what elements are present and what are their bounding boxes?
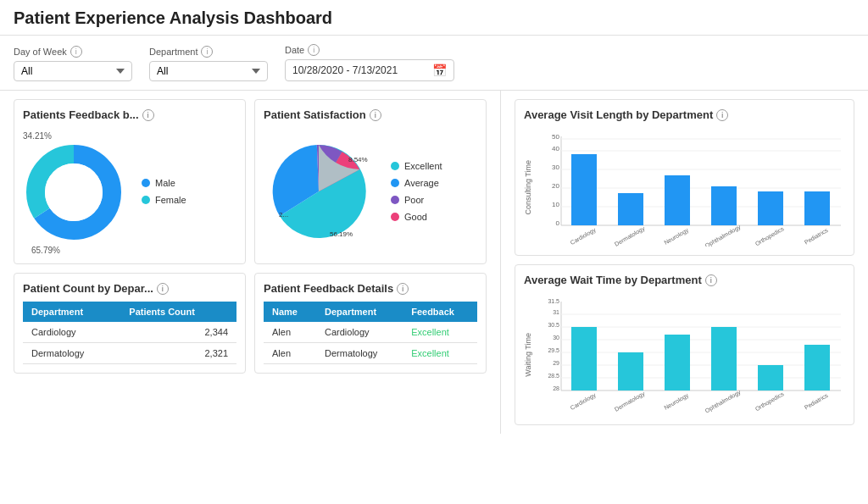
table-row: Alen Dermatology Excellent [264,343,477,364]
patient-count-table: Department Patients Count Cardiology 2,3… [23,302,236,364]
table-row: Dermatology 2,321 [23,343,236,364]
col-department: Department [23,302,120,322]
dept-2: Dermatology [316,343,403,364]
svg-text:Orthopedics: Orthopedics [754,390,786,413]
patients-feedback-card: Patients Feedback b... i 34.21% [14,99,246,264]
calendar-icon: 📅 [432,64,447,77]
name-1: Alen [264,322,316,343]
svg-text:29.5: 29.5 [548,347,559,353]
svg-text:2...: 2... [279,211,288,219]
date-label: Date i [285,44,454,56]
legend-average: Average [391,178,442,188]
svg-text:30.5: 30.5 [548,322,559,328]
wait-y-label: Waiting Time [524,333,532,377]
bar-neurology-visit [665,175,690,225]
bar-pediatrics-wait [804,345,830,390]
svg-text:Pediatrics: Pediatrics [804,392,830,411]
svg-text:Cardiology: Cardiology [570,226,598,246]
table-row: Cardiology 2,344 [23,322,236,343]
wait-chart-wrapper: Waiting Time 28 28.5 29 29.5 30 30.5 31 … [524,293,845,416]
patient-count-info-icon[interactable]: i [157,283,169,295]
avg-visit-info-icon[interactable]: i [716,109,728,121]
svg-text:Orthopedics: Orthopedics [754,225,786,246]
feedback-details-table: Name Department Feedback Alen Cardiology… [264,302,477,364]
male-dot [142,179,150,187]
main-content: Patients Feedback b... i 34.21% [0,91,868,434]
svg-text:Cardiology: Cardiology [570,391,598,412]
pie-chart-wrapper: 8.54% 2... 56.19% [264,128,382,255]
avg-visit-length-title: Average Visit Length by Department i [524,108,845,121]
donut-chart-wrapper: 34.21% 65.79% [23,128,133,255]
bar-cardiology-visit [571,154,597,225]
left-panel: Patients Feedback b... i 34.21% [0,91,500,434]
female-dot [142,196,150,204]
count-cardiology: 2,344 [120,322,236,343]
col-name: Name [264,302,316,322]
svg-text:Ophthalmology: Ophthalmology [704,224,743,246]
patient-feedback-details-title: Patient Feedback Details i [264,282,477,295]
svg-text:Ophthalmology: Ophthalmology [704,389,743,415]
svg-text:Dermatology: Dermatology [614,225,647,246]
donut-label-bottom: 65.79% [31,246,60,255]
page-title: Patient Experience Analysis Dashboard [14,8,854,28]
legend-poor: Poor [391,195,442,205]
day-of-week-label: Day of Week i [14,46,132,58]
bar-dermatology-visit [618,193,643,225]
wait-bar-chart: 28 28.5 29 29.5 30 30.5 31 31.5 [536,293,841,416]
filters-bar: Day of Week i All MondayTuesdayWednesday… [0,36,868,91]
patient-feedback-details-info-icon[interactable]: i [397,283,409,295]
donut-legend: Male Female [142,178,186,205]
date-info-icon[interactable]: i [308,44,320,56]
day-of-week-select[interactable]: All MondayTuesdayWednesday ThursdayFrida… [14,61,132,81]
department-info-icon[interactable]: i [201,46,213,58]
col-patients-count: Patients Count [120,302,236,322]
patient-satisfaction-card: Patient Satisfaction i [254,99,487,264]
svg-text:29: 29 [553,360,559,366]
header: Patient Experience Analysis Dashboard [0,0,868,36]
average-dot [391,179,399,187]
avg-wait-time-card: Average Wait Time by Department i Waitin… [515,264,854,425]
avg-visit-length-card: Average Visit Length by Department i Con… [515,99,854,256]
patient-satisfaction-info-icon[interactable]: i [370,109,381,121]
table-row: Alen Cardiology Excellent [264,322,477,343]
col-feedback: Feedback [403,302,477,322]
feedback-2: Excellent [403,343,477,364]
avg-wait-time-title: Average Wait Time by Department i [524,274,845,286]
visit-bar-chart: 0 10 20 30 40 50 [536,128,841,246]
svg-text:Neurology: Neurology [663,392,690,412]
svg-point-2 [45,163,103,221]
dashboard: Patient Experience Analysis Dashboard Da… [0,0,868,504]
visit-chart-wrapper: Consulting Time 0 10 20 30 40 50 [524,128,845,246]
donut-label-top: 34.21% [23,131,52,141]
svg-text:31.5: 31.5 [548,298,559,304]
svg-text:30: 30 [552,163,559,171]
pie-section: 8.54% 2... 56.19% Excellent [264,128,477,255]
pie-chart-svg: 8.54% 2... 56.19% [264,136,374,246]
avg-wait-info-icon[interactable]: i [705,274,717,286]
patient-count-title: Patient Count by Depar... i [23,282,236,295]
day-of-week-info-icon[interactable]: i [70,46,82,58]
legend-female: Female [142,195,186,205]
patient-feedback-details-card: Patient Feedback Details i Name Departme… [254,273,487,374]
bar-neurology-wait [665,335,690,390]
feedback-header-row: Name Department Feedback [264,302,477,322]
svg-text:Neurology: Neurology [663,227,690,246]
day-of-week-filter: Day of Week i All MondayTuesdayWednesday… [14,46,132,81]
dept-1: Cardiology [316,322,403,343]
svg-text:40: 40 [552,145,559,152]
bar-cardiology-wait [571,327,597,390]
bar-ophthalmology-wait [711,327,737,390]
legend-good: Good [391,212,442,222]
table-header-row: Department Patients Count [23,302,236,322]
date-range-input[interactable]: 10/28/2020 - 7/13/2021 📅 [285,59,454,81]
donut-chart-svg [23,141,125,243]
legend-male: Male [142,178,186,188]
legend-excellent: Excellent [391,161,442,171]
patients-feedback-info-icon[interactable]: i [142,109,154,121]
dept-dermatology: Dermatology [23,343,120,364]
department-select[interactable]: All CardiologyDermatologyNeurology Ophth… [149,61,268,81]
date-filter: Date i 10/28/2020 - 7/13/2021 📅 [285,44,454,81]
svg-text:50: 50 [552,133,559,141]
svg-text:28.5: 28.5 [548,373,559,379]
bottom-cards-row: Patient Count by Depar... i Department P… [14,273,487,374]
